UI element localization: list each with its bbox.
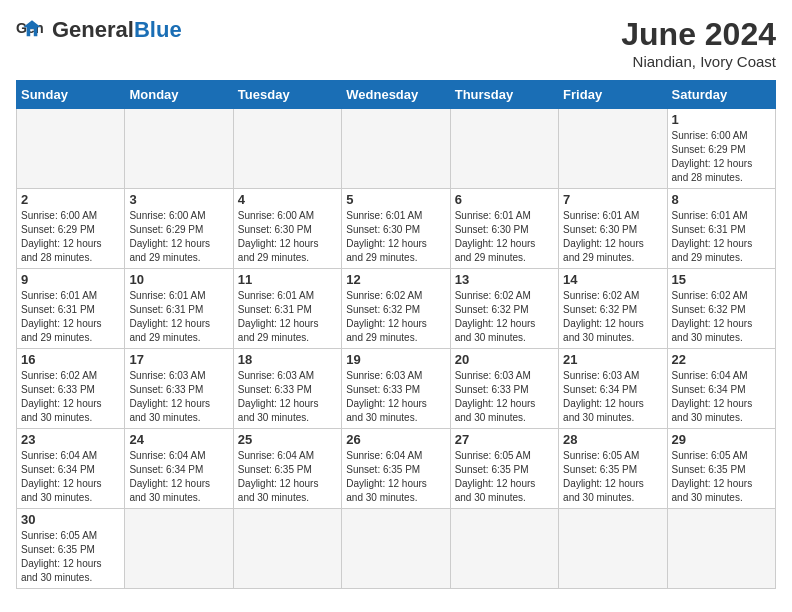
week-row-4: 16Sunrise: 6:02 AMSunset: 6:33 PMDayligh… [17, 349, 776, 429]
day-info: Sunrise: 6:02 AMSunset: 6:32 PMDaylight:… [346, 289, 445, 345]
week-row-6: 30Sunrise: 6:05 AMSunset: 6:35 PMDayligh… [17, 509, 776, 589]
day-info: Sunrise: 6:03 AMSunset: 6:33 PMDaylight:… [346, 369, 445, 425]
day-number: 18 [238, 352, 337, 367]
day-number: 27 [455, 432, 554, 447]
day-number: 26 [346, 432, 445, 447]
calendar-cell [450, 109, 558, 189]
calendar-cell: 17Sunrise: 6:03 AMSunset: 6:33 PMDayligh… [125, 349, 233, 429]
day-info: Sunrise: 6:03 AMSunset: 6:33 PMDaylight:… [129, 369, 228, 425]
calendar-cell [559, 509, 667, 589]
calendar-cell [125, 509, 233, 589]
calendar-cell: 28Sunrise: 6:05 AMSunset: 6:35 PMDayligh… [559, 429, 667, 509]
calendar-cell: 7Sunrise: 6:01 AMSunset: 6:30 PMDaylight… [559, 189, 667, 269]
day-info: Sunrise: 6:02 AMSunset: 6:33 PMDaylight:… [21, 369, 120, 425]
calendar-cell: 25Sunrise: 6:04 AMSunset: 6:35 PMDayligh… [233, 429, 341, 509]
calendar-cell: 12Sunrise: 6:02 AMSunset: 6:32 PMDayligh… [342, 269, 450, 349]
day-number: 21 [563, 352, 662, 367]
day-number: 30 [21, 512, 120, 527]
calendar-cell [450, 509, 558, 589]
calendar-cell [233, 109, 341, 189]
day-info: Sunrise: 6:02 AMSunset: 6:32 PMDaylight:… [563, 289, 662, 345]
day-info: Sunrise: 6:00 AMSunset: 6:29 PMDaylight:… [21, 209, 120, 265]
calendar-cell: 1Sunrise: 6:00 AMSunset: 6:29 PMDaylight… [667, 109, 775, 189]
calendar-cell: 6Sunrise: 6:01 AMSunset: 6:30 PMDaylight… [450, 189, 558, 269]
day-number: 17 [129, 352, 228, 367]
calendar-cell: 11Sunrise: 6:01 AMSunset: 6:31 PMDayligh… [233, 269, 341, 349]
title-block: June 2024 Niandian, Ivory Coast [621, 16, 776, 70]
day-info: Sunrise: 6:04 AMSunset: 6:35 PMDaylight:… [346, 449, 445, 505]
day-number: 28 [563, 432, 662, 447]
calendar-cell: 4Sunrise: 6:00 AMSunset: 6:30 PMDaylight… [233, 189, 341, 269]
day-info: Sunrise: 6:05 AMSunset: 6:35 PMDaylight:… [672, 449, 771, 505]
day-number: 7 [563, 192, 662, 207]
calendar-cell [559, 109, 667, 189]
day-number: 1 [672, 112, 771, 127]
day-info: Sunrise: 6:01 AMSunset: 6:30 PMDaylight:… [455, 209, 554, 265]
day-info: Sunrise: 6:04 AMSunset: 6:35 PMDaylight:… [238, 449, 337, 505]
day-number: 11 [238, 272, 337, 287]
day-number: 24 [129, 432, 228, 447]
day-info: Sunrise: 6:05 AMSunset: 6:35 PMDaylight:… [21, 529, 120, 585]
day-info: Sunrise: 6:01 AMSunset: 6:31 PMDaylight:… [238, 289, 337, 345]
day-number: 15 [672, 272, 771, 287]
day-info: Sunrise: 6:01 AMSunset: 6:31 PMDaylight:… [21, 289, 120, 345]
day-info: Sunrise: 6:03 AMSunset: 6:33 PMDaylight:… [455, 369, 554, 425]
calendar-cell: 26Sunrise: 6:04 AMSunset: 6:35 PMDayligh… [342, 429, 450, 509]
day-info: Sunrise: 6:02 AMSunset: 6:32 PMDaylight:… [455, 289, 554, 345]
calendar-cell: 10Sunrise: 6:01 AMSunset: 6:31 PMDayligh… [125, 269, 233, 349]
day-info: Sunrise: 6:00 AMSunset: 6:29 PMDaylight:… [672, 129, 771, 185]
weekday-sunday: Sunday [17, 81, 125, 109]
weekday-tuesday: Tuesday [233, 81, 341, 109]
calendar-cell: 15Sunrise: 6:02 AMSunset: 6:32 PMDayligh… [667, 269, 775, 349]
day-info: Sunrise: 6:01 AMSunset: 6:30 PMDaylight:… [563, 209, 662, 265]
calendar-cell: 20Sunrise: 6:03 AMSunset: 6:33 PMDayligh… [450, 349, 558, 429]
calendar-cell: 3Sunrise: 6:00 AMSunset: 6:29 PMDaylight… [125, 189, 233, 269]
calendar-cell: 29Sunrise: 6:05 AMSunset: 6:35 PMDayligh… [667, 429, 775, 509]
day-number: 20 [455, 352, 554, 367]
day-info: Sunrise: 6:05 AMSunset: 6:35 PMDaylight:… [455, 449, 554, 505]
calendar-cell: 19Sunrise: 6:03 AMSunset: 6:33 PMDayligh… [342, 349, 450, 429]
day-info: Sunrise: 6:02 AMSunset: 6:32 PMDaylight:… [672, 289, 771, 345]
logo: Gen GeneralBlue [16, 16, 182, 44]
location: Niandian, Ivory Coast [621, 53, 776, 70]
week-row-2: 2Sunrise: 6:00 AMSunset: 6:29 PMDaylight… [17, 189, 776, 269]
day-number: 9 [21, 272, 120, 287]
logo-icon: Gen [16, 16, 48, 44]
day-info: Sunrise: 6:00 AMSunset: 6:29 PMDaylight:… [129, 209, 228, 265]
day-number: 12 [346, 272, 445, 287]
week-row-5: 23Sunrise: 6:04 AMSunset: 6:34 PMDayligh… [17, 429, 776, 509]
day-info: Sunrise: 6:03 AMSunset: 6:33 PMDaylight:… [238, 369, 337, 425]
calendar-cell: 30Sunrise: 6:05 AMSunset: 6:35 PMDayligh… [17, 509, 125, 589]
day-number: 13 [455, 272, 554, 287]
calendar-cell: 8Sunrise: 6:01 AMSunset: 6:31 PMDaylight… [667, 189, 775, 269]
day-number: 22 [672, 352, 771, 367]
day-number: 19 [346, 352, 445, 367]
calendar-cell: 27Sunrise: 6:05 AMSunset: 6:35 PMDayligh… [450, 429, 558, 509]
calendar-cell [233, 509, 341, 589]
day-number: 10 [129, 272, 228, 287]
day-number: 29 [672, 432, 771, 447]
day-info: Sunrise: 6:01 AMSunset: 6:31 PMDaylight:… [129, 289, 228, 345]
weekday-friday: Friday [559, 81, 667, 109]
day-number: 25 [238, 432, 337, 447]
calendar-cell: 16Sunrise: 6:02 AMSunset: 6:33 PMDayligh… [17, 349, 125, 429]
week-row-1: 1Sunrise: 6:00 AMSunset: 6:29 PMDaylight… [17, 109, 776, 189]
weekday-header-row: SundayMondayTuesdayWednesdayThursdayFrid… [17, 81, 776, 109]
day-number: 4 [238, 192, 337, 207]
calendar-cell: 22Sunrise: 6:04 AMSunset: 6:34 PMDayligh… [667, 349, 775, 429]
page-header: Gen GeneralBlue June 2024 Niandian, Ivor… [16, 16, 776, 70]
calendar-cell [17, 109, 125, 189]
day-number: 14 [563, 272, 662, 287]
calendar-cell: 9Sunrise: 6:01 AMSunset: 6:31 PMDaylight… [17, 269, 125, 349]
weekday-thursday: Thursday [450, 81, 558, 109]
day-info: Sunrise: 6:04 AMSunset: 6:34 PMDaylight:… [129, 449, 228, 505]
calendar-cell [342, 109, 450, 189]
month-title: June 2024 [621, 16, 776, 53]
day-info: Sunrise: 6:05 AMSunset: 6:35 PMDaylight:… [563, 449, 662, 505]
day-number: 8 [672, 192, 771, 207]
day-number: 23 [21, 432, 120, 447]
day-number: 16 [21, 352, 120, 367]
day-info: Sunrise: 6:01 AMSunset: 6:31 PMDaylight:… [672, 209, 771, 265]
calendar-cell [667, 509, 775, 589]
calendar-cell [342, 509, 450, 589]
